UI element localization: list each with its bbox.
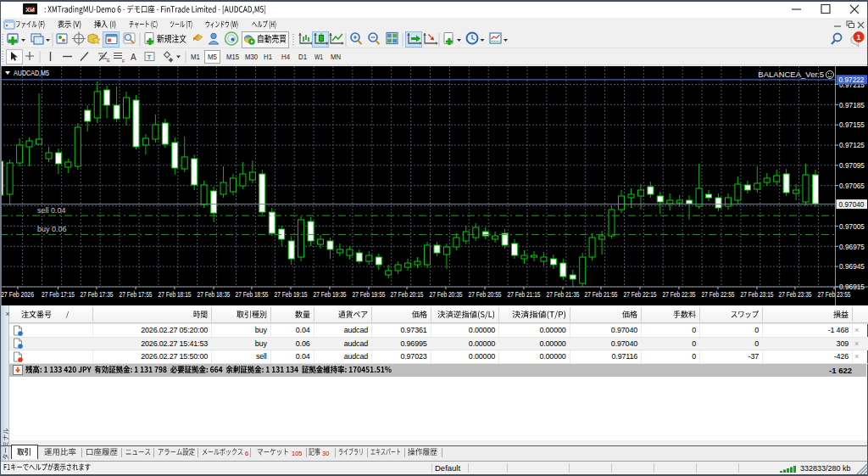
svg-text:27 Feb 20:15: 27 Feb 20:15: [391, 290, 424, 299]
svg-text:27 Feb 17:15: 27 Feb 17:15: [42, 290, 75, 299]
svg-text:E: E: [107, 58, 110, 63]
svg-text:sell 0.04: sell 0.04: [37, 206, 66, 215]
svg-text:27 Feb 19:15: 27 Feb 19:15: [275, 290, 308, 299]
svg-text:27 Feb 21:35: 27 Feb 21:35: [547, 290, 580, 299]
svg-text:0.97095: 0.97095: [839, 161, 865, 170]
svg-text:27 Feb 21:15: 27 Feb 21:15: [508, 290, 541, 299]
svg-text:0.97065: 0.97065: [839, 182, 865, 190]
svg-text:BALANCEA_Ver.5: BALANCEA_Ver.5: [758, 70, 824, 79]
svg-text:0.97125: 0.97125: [839, 141, 865, 149]
svg-text:0.97040: 0.97040: [839, 200, 865, 209]
svg-text:0.96975: 0.96975: [839, 243, 865, 251]
svg-text:0.97155: 0.97155: [839, 120, 865, 129]
svg-text:F: F: [122, 59, 125, 64]
svg-text:27 Feb 22:55: 27 Feb 22:55: [702, 290, 735, 299]
svg-text:27 Feb 23:55: 27 Feb 23:55: [818, 290, 851, 299]
svg-text:27 Feb 22:15: 27 Feb 22:15: [624, 290, 657, 299]
svg-text:27 Feb 17:55: 27 Feb 17:55: [120, 290, 153, 299]
svg-text:A: A: [131, 53, 136, 62]
svg-text:27 Feb 20:35: 27 Feb 20:35: [430, 290, 463, 299]
svg-text:27 Feb 20:55: 27 Feb 20:55: [469, 290, 502, 299]
svg-text:27 Feb 19:35: 27 Feb 19:35: [314, 290, 347, 299]
svg-text:27 Feb 21:55: 27 Feb 21:55: [585, 290, 618, 299]
svg-text:0.96945: 0.96945: [839, 262, 865, 271]
svg-text:27 Feb 18:35: 27 Feb 18:35: [198, 290, 231, 299]
svg-text:27 Feb 2026: 27 Feb 2026: [1, 290, 34, 299]
svg-text:27 Feb 22:35: 27 Feb 22:35: [663, 290, 696, 299]
svg-text:1: 1: [856, 33, 860, 42]
svg-text:0.97185: 0.97185: [839, 101, 865, 109]
svg-text:T: T: [147, 53, 152, 61]
svg-text:27 Feb 23:35: 27 Feb 23:35: [779, 290, 812, 299]
svg-text:27 Feb 19:55: 27 Feb 19:55: [353, 290, 386, 299]
svg-text:AUDCAD,M5: AUDCAD,M5: [14, 69, 49, 77]
svg-text:27 Feb 18:15: 27 Feb 18:15: [159, 290, 192, 299]
svg-text:0.97222: 0.97222: [839, 76, 865, 84]
svg-text:buy 0.06: buy 0.06: [37, 225, 67, 233]
svg-text:27 Feb 23:15: 27 Feb 23:15: [741, 290, 774, 299]
svg-text:27 Feb 17:35: 27 Feb 17:35: [81, 290, 114, 299]
svg-text:0.97005: 0.97005: [839, 222, 865, 231]
svg-text:27 Feb 18:55: 27 Feb 18:55: [236, 290, 269, 299]
